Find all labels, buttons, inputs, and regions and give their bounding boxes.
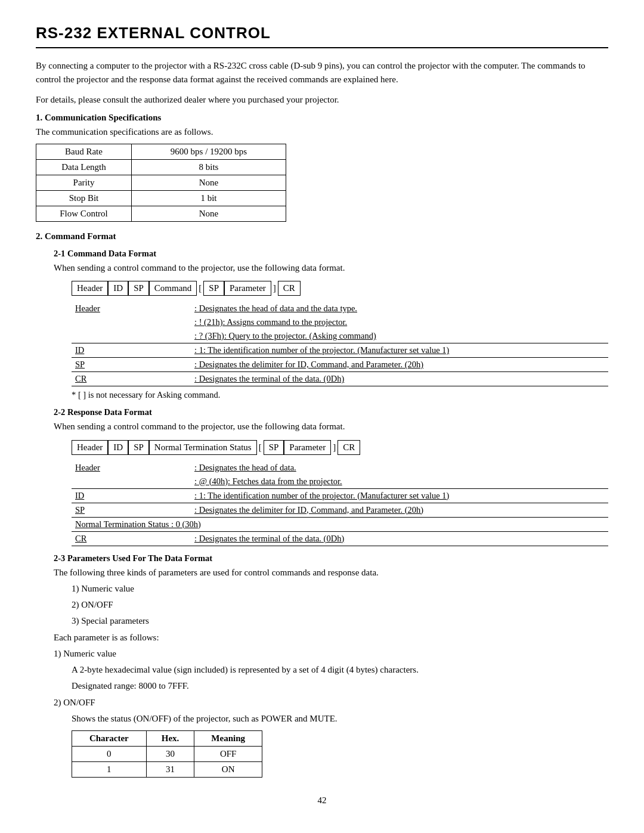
cmd-note: * [ ] is not necessary for Asking comman… — [72, 390, 608, 400]
format-cell: Header — [72, 281, 108, 296]
desc-row: : ! (21h): Assigns command to the projec… — [72, 315, 608, 329]
comm-param: Parity — [36, 175, 132, 191]
page-number: 42 — [36, 795, 608, 806]
format-plain: ] — [331, 441, 338, 454]
format-cell: SP — [128, 440, 149, 455]
comm-value: None — [132, 206, 286, 222]
format-plain: [ — [197, 281, 203, 295]
param-list-item: 2) ON/OFF — [72, 598, 608, 612]
desc-value: : 1: The identification number of the pr… — [191, 343, 608, 358]
desc-row: : ? (3Fh): Query to the projector. (Aski… — [72, 329, 608, 343]
desc-row: CR: Designates the terminal of the data.… — [72, 372, 608, 386]
section2-heading: 2. Command Format — [36, 231, 608, 241]
desc-row: SP: Designates the delimiter for ID, Com… — [72, 503, 608, 517]
intro-para1: By connecting a computer to the projecto… — [36, 59, 608, 87]
comm-value: 8 bits — [132, 160, 286, 175]
sub22-intro: When sending a control command to the pr… — [36, 420, 608, 433]
format-cell: ID — [108, 440, 128, 455]
format-cell: SP — [203, 281, 224, 296]
sub23-intro: The following three kinds of parameters … — [36, 566, 608, 580]
intro-para2: For details, please consult the authoriz… — [36, 93, 608, 107]
desc-label: ID — [72, 343, 191, 358]
comm-table-row: ParityNone — [36, 175, 286, 191]
desc-label: CR — [72, 531, 191, 546]
format-cell: SP — [128, 281, 149, 296]
section1-sub: The communication specifications are as … — [36, 125, 608, 139]
format-cell: SP — [264, 440, 284, 455]
format-cell: Header — [72, 440, 108, 455]
format-cell: Parameter — [284, 440, 331, 455]
desc-label: SP — [72, 358, 191, 372]
format-cell: CR — [338, 440, 360, 455]
command-format-box: HeaderIDSPCommand[SPParameter]CR — [72, 281, 608, 296]
desc-row: Header: Designates the head of data and … — [72, 302, 608, 315]
onoff-meaning: OFF — [194, 747, 262, 762]
each-param: Each parameter is as follows: — [36, 631, 608, 645]
desc-value: : Designates the delimiter for ID, Comma… — [191, 503, 608, 517]
comm-value: 1 bit — [132, 191, 286, 206]
comm-specs-table: Baud Rate9600 bps / 19200 bpsData Length… — [36, 144, 286, 222]
comm-param: Data Length — [36, 160, 132, 175]
desc-value: : ! (21h): Assigns command to the projec… — [191, 315, 608, 329]
onoff-text: Shows the status (ON/OFF) of the project… — [36, 712, 608, 726]
param-list: 1) Numeric value2) ON/OFF3) Special para… — [36, 582, 608, 628]
comm-table-row: Flow ControlNone — [36, 206, 286, 222]
param-list-item: 1) Numeric value — [72, 582, 608, 596]
comm-table-row: Baud Rate9600 bps / 19200 bps — [36, 144, 286, 160]
onoff-hex: 30 — [146, 747, 194, 762]
desc-row: ID: 1: The identification number of the … — [72, 488, 608, 503]
format-cell: ID — [108, 281, 128, 296]
desc-value: : 1: The identification number of the pr… — [191, 488, 608, 503]
sub22-heading: 2-2 Response Data Format — [36, 407, 608, 417]
sub21-intro: When sending a control command to the pr… — [36, 261, 608, 275]
param-list-item: 3) Special parameters — [72, 614, 608, 628]
comm-table-row: Stop Bit1 bit — [36, 191, 286, 206]
command-desc-table: Header: Designates the head of data and … — [72, 302, 608, 386]
onoff-row: 131ON — [72, 762, 262, 778]
desc-value: : Designates the delimiter for ID, Comma… — [191, 358, 608, 372]
format-plain: ] — [271, 281, 278, 295]
format-cell: Command — [149, 281, 197, 296]
page-title: RS-232 EXTERNAL CONTROL — [36, 24, 608, 42]
onoff-char: 0 — [72, 747, 147, 762]
desc-row: : @ (40h): Fetches data from the project… — [72, 475, 608, 489]
desc-label: ID — [72, 488, 191, 503]
desc-value: : @ (40h): Fetches data from the project… — [191, 475, 608, 489]
comm-value: 9600 bps / 19200 bps — [132, 144, 286, 160]
desc-label: Header — [72, 461, 191, 475]
desc-value: : Designates the head of data. — [191, 461, 608, 475]
desc-value: : Designates the head of data and the da… — [191, 302, 608, 315]
desc-label — [72, 475, 191, 489]
onoff-header: Character — [72, 731, 147, 747]
onoff-heading: 2) ON/OFF — [36, 696, 608, 710]
response-desc-table: Header: Designates the head of data.: @ … — [72, 461, 608, 546]
onoff-table: CharacterHex.Meaning030OFF131ON — [72, 730, 262, 778]
onoff-row: 030OFF — [72, 747, 262, 762]
desc-label: Header — [72, 302, 191, 315]
onoff-header: Hex. — [146, 731, 194, 747]
desc-value: : Designates the terminal of the data. (… — [191, 531, 608, 546]
onoff-char: 1 — [72, 762, 147, 778]
sub21-heading: 2-1 Command Data Format — [36, 249, 608, 259]
title-divider — [36, 47, 608, 48]
desc-row: ID: 1: The identification number of the … — [72, 343, 608, 358]
desc-label — [72, 329, 191, 343]
comm-param: Flow Control — [36, 206, 132, 222]
desc-value: : ? (3Fh): Query to the projector. (Aski… — [191, 329, 608, 343]
desc-label — [72, 315, 191, 329]
response-format-box: HeaderIDSPNormal Termination Status[SPPa… — [72, 440, 608, 455]
desc-row: CR: Designates the terminal of the data.… — [72, 531, 608, 546]
desc-label: Normal Termination Status : 0 (30h) — [72, 517, 608, 531]
desc-label: SP — [72, 503, 191, 517]
numeric-heading: 1) Numeric value — [36, 647, 608, 661]
sub23-heading: 2-3 Parameters Used For The Data Format — [36, 553, 608, 563]
onoff-header: Meaning — [194, 731, 262, 747]
format-cell: Parameter — [224, 281, 271, 296]
comm-param: Stop Bit — [36, 191, 132, 206]
desc-row: Header: Designates the head of data. — [72, 461, 608, 475]
format-plain: [ — [257, 441, 264, 454]
desc-row: SP: Designates the delimiter for ID, Com… — [72, 358, 608, 372]
format-cell: CR — [278, 281, 301, 296]
comm-param: Baud Rate — [36, 144, 132, 160]
desc-label: CR — [72, 372, 191, 386]
